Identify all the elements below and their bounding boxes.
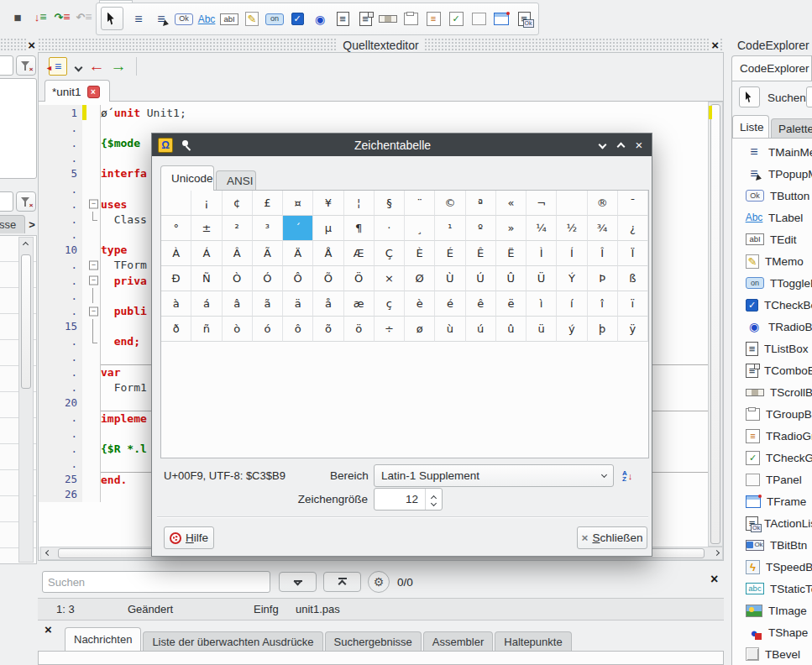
step-out-icon[interactable]: ↶≡ [74,7,94,27]
char-cell[interactable]: » [496,216,526,241]
char-cell[interactable]: Ô [283,266,313,291]
char-cell[interactable]: ø [405,317,435,342]
palette-tgroupbox[interactable] [402,7,419,32]
char-cell[interactable]: Ë [496,241,526,266]
back-button[interactable]: ← [87,56,106,76]
char-cell[interactable]: ä [283,291,313,317]
char-cell[interactable]: á [191,291,222,317]
char-cell[interactable]: æ [344,291,375,317]
char-cell[interactable]: ¼ [526,216,557,241]
char-cell[interactable]: º [466,216,496,241]
char-cell[interactable]: À [161,241,191,266]
char-cell[interactable]: Þ [588,266,618,291]
component-list-item[interactable]: TFrame [732,490,812,512]
bottom-dock-close-icon[interactable]: × [43,623,54,636]
left-filter-button-2[interactable]: × [16,191,36,212]
search-prev-button[interactable] [323,572,361,592]
char-cell[interactable]: è [405,291,435,317]
char-cell[interactable]: µ [313,216,343,241]
fold-gutter[interactable] [86,273,101,288]
left-filter-button[interactable]: × [16,55,36,76]
liste-tab[interactable]: Liste [732,115,769,138]
component-list-item[interactable]: TBevel [732,643,812,665]
char-cell[interactable]: ë [496,291,526,317]
palette-tbutton[interactable]: Ok [175,7,192,32]
char-cell[interactable]: Ñ [191,266,222,291]
char-cell[interactable]: ü [526,317,557,342]
char-cell[interactable]: ¡ [191,191,222,216]
sort-button[interactable]: AZ ↓ [622,468,641,484]
step-over-icon[interactable]: ↷≡ [52,7,72,27]
char-cell[interactable]: ô [283,317,313,342]
scroll-right-icon[interactable] [714,550,720,556]
char-cell[interactable]: ¸ [405,216,435,241]
component-list-item[interactable]: TImage [732,600,812,621]
palette-tmainmenu[interactable]: ≡ [130,7,147,32]
char-cell[interactable]: Ø [405,266,435,291]
left-scrollbar-thumb[interactable] [21,254,31,389]
char-cell[interactable]: Ò [223,266,253,291]
palette-tscrollbar[interactable] [380,7,396,32]
search-input[interactable] [42,571,270,593]
close-button[interactable]: × Schließen [577,526,647,549]
char-cell[interactable]: ÿ [618,317,648,342]
forward-button[interactable]: → [109,56,128,76]
fold-gutter[interactable] [86,303,101,318]
palette-tradiogroup[interactable]: ≡ [425,7,442,32]
ansi-tab[interactable]: ANSI [216,170,256,191]
char-cell[interactable]: Í [557,241,587,266]
char-cell[interactable]: à [161,291,191,317]
fold-gutter[interactable] [86,258,101,273]
char-cell[interactable]: Ê [466,241,496,266]
char-cell[interactable]: ¶ [344,216,375,241]
char-cell[interactable]: ú [466,317,496,342]
component-list-item[interactable]: ≡TMainMenu [732,141,812,163]
palette-tedit[interactable]: abI [221,7,238,32]
char-cell[interactable]: Ü [526,266,557,291]
palette-tlistbox[interactable]: ≡ [334,7,351,32]
char-cell[interactable]: Æ [344,241,375,266]
palette-tmemo[interactable]: ✎ [244,7,260,32]
char-cell[interactable]: ì [526,291,557,317]
char-cell[interactable]: ° [161,216,191,241]
char-cell[interactable]: Â [223,241,253,266]
bottom-tab-2[interactable]: Liste der überwachten Ausdrücke [143,631,322,651]
palette-tpopupmenu[interactable]: ≡ [153,7,170,32]
component-list-item[interactable]: ≡TActionList [732,512,812,534]
step-into-icon[interactable]: ↓≡ [30,7,50,27]
charmap-titlebar[interactable]: Ω Zeichentabelle × [152,134,652,156]
source-editor-close-icon[interactable]: × [710,39,720,51]
search-options-button[interactable]: ⚙ [368,571,390,593]
char-cell[interactable]: í [557,291,587,317]
component-list-item[interactable]: abITEdit [732,228,812,250]
bottom-tab-5[interactable]: Haltepunkte [495,631,571,651]
unshade-button[interactable] [611,138,630,153]
tab-close-icon[interactable]: × [87,86,100,98]
char-cell[interactable]: Ï [618,241,648,266]
char-cell[interactable]: â [223,291,253,317]
unicode-tab[interactable]: Unicode [160,165,214,191]
char-cell[interactable]: ª [466,191,496,216]
char-cell[interactable]: § [375,191,405,216]
editor-vscrollbar-thumb[interactable] [710,104,720,544]
code-line[interactable]: 1ø´unit Unit1; [39,105,708,120]
char-cell[interactable]: ¿ [618,216,648,241]
component-list-item[interactable]: ✓TCheckGroup [732,447,812,469]
palette-tlabel[interactable]: Abc [198,7,215,32]
char-cell[interactable]: ý [557,317,587,342]
char-cell[interactable]: ¾ [588,216,618,241]
char-cell[interactable]: Ä [283,241,313,266]
shade-button[interactable] [593,138,611,153]
component-list-item[interactable]: ϟTSpeedButton [732,556,812,578]
char-cell[interactable]: ç [375,291,405,317]
char-cell[interactable]: Ì [526,241,557,266]
left-list-panel[interactable] [0,78,37,179]
component-list-item[interactable]: OkTButton [732,185,812,207]
char-cell[interactable]: Ç [375,241,405,266]
char-cell[interactable]: é [435,291,465,317]
component-list-item[interactable]: ◉TRadioButton [732,316,812,338]
range-dropdown[interactable]: Latin-1 Supplement [374,464,614,487]
messages-panel[interactable] [38,651,724,665]
char-cell[interactable]: ÷ [375,317,405,342]
component-list-item[interactable]: ≡TListBox [732,338,812,359]
